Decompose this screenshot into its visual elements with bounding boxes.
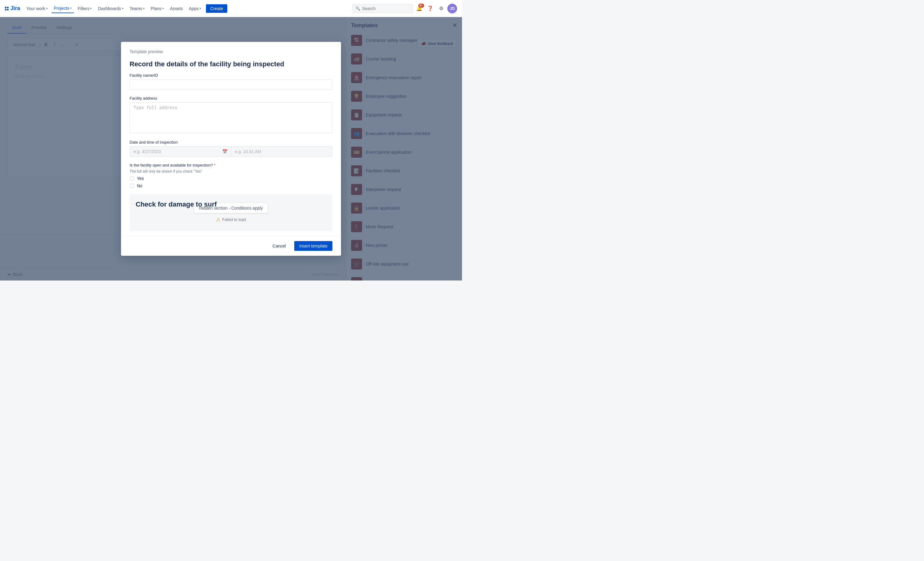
radio-button-no[interactable] [129,183,135,188]
search-bar[interactable]: 🔍 [352,4,413,13]
nav-projects-label: Projects [54,6,69,11]
facility-address-label: Facility address [129,96,333,100]
logo[interactable]: Jira [5,5,20,12]
nav-filters[interactable]: Filters ▾ [75,4,94,13]
template-preview-modal: Template preview Record the details of t… [121,42,341,256]
avatar[interactable]: JD [447,4,457,14]
chevron-down-icon: ▾ [70,6,72,10]
availability-radio-group: Yes No [129,176,333,188]
nav-assets-label: Assets [170,6,183,11]
hidden-section: Check for damage to surf Hidden section … [129,194,333,231]
facility-name-input[interactable] [129,80,333,90]
calendar-icon: 📅 [222,149,227,154]
availability-hint: The full will only be shown if you check… [129,169,333,174]
radio-yes-label: Yes [137,176,144,181]
required-marker: * [213,163,215,168]
chevron-down-icon: ▾ [90,7,92,10]
settings-button[interactable]: ⚙ [436,4,446,14]
radio-no-label: No [137,183,142,188]
facility-address-input[interactable] [129,102,333,133]
modal-section-title: Record the details of the facility being… [129,60,333,68]
nav-plans-label: Plans [151,6,161,11]
warning-icon: ⚠ [216,217,220,222]
modal-body: Record the details of the facility being… [121,60,341,236]
nav-filters-label: Filters [78,6,89,11]
availability-field: Is the facility open and available for i… [129,163,333,188]
modal-header: Template preview [121,42,341,60]
nav-dashboards[interactable]: Dashboards ▾ [95,4,126,13]
search-input[interactable] [362,6,405,11]
nav-teams[interactable]: Teams ▾ [127,4,147,13]
top-navigation: Jira Your work ▾ Projects ▾ Filters ▾ Da… [0,0,462,17]
availability-label: Is the facility open and available for i… [129,163,333,168]
search-icon: 🔍 [356,6,360,11]
nav-your-work-label: Your work [26,6,45,11]
time-placeholder: e.g. 10:41 AM [235,149,261,154]
hidden-section-title: Check for damage to surf [136,201,217,208]
nav-apps[interactable]: Apps ▾ [186,4,204,13]
time-picker[interactable]: e.g. 10:41 AM [231,146,333,157]
facility-name-label: Facility name/ID [129,73,333,78]
failed-load-message: ⚠ Failed to load [216,217,246,222]
chevron-down-icon: ▾ [122,7,123,10]
notification-badge: 9+ [418,4,424,8]
nav-your-work[interactable]: Your work ▾ [24,4,50,13]
chevron-down-icon: ▾ [143,7,144,10]
nav-projects[interactable]: Projects ▾ [51,4,74,13]
nav-teams-label: Teams [129,6,142,11]
date-placeholder: e.g. 4/27/2023 [134,149,161,154]
modal-footer: Cancel Insert template [121,236,341,256]
create-button[interactable]: Create [206,4,227,13]
cancel-button[interactable]: Cancel [268,241,291,251]
chevron-down-icon: ▾ [162,7,164,10]
date-picker[interactable]: e.g. 4/27/2023 📅 [129,146,231,157]
chevron-down-icon: ▾ [200,7,201,10]
notifications-button[interactable]: 🔔 9+ [414,4,424,14]
radio-button-yes[interactable] [129,176,135,181]
logo-grid-icon [5,7,9,10]
main-area: 📣 Give feedback Build Preview Settings N… [0,17,462,280]
radio-yes[interactable]: Yes [129,176,333,181]
nav-dashboards-label: Dashboards [98,6,121,11]
nav-plans[interactable]: Plans ▾ [148,4,166,13]
facility-name-field: Facility name/ID [129,73,333,90]
modal-overlay: Template preview Record the details of t… [0,17,462,280]
datetime-field: Date and time of inspection e.g. 4/27/20… [129,140,333,157]
help-button[interactable]: ❓ [425,4,435,14]
facility-address-field: Facility address [129,96,333,134]
modal-header-label: Template preview [129,49,333,54]
nav-apps-label: Apps [189,6,199,11]
logo-text: Jira [10,5,20,12]
nav-assets[interactable]: Assets [168,4,185,13]
chevron-down-icon: ▾ [46,7,48,10]
insert-template-button[interactable]: Insert template [294,241,333,251]
datetime-row: e.g. 4/27/2023 📅 e.g. 10:41 AM [129,146,333,157]
radio-no[interactable]: No [129,183,333,188]
datetime-label: Date and time of inspection [129,140,333,144]
